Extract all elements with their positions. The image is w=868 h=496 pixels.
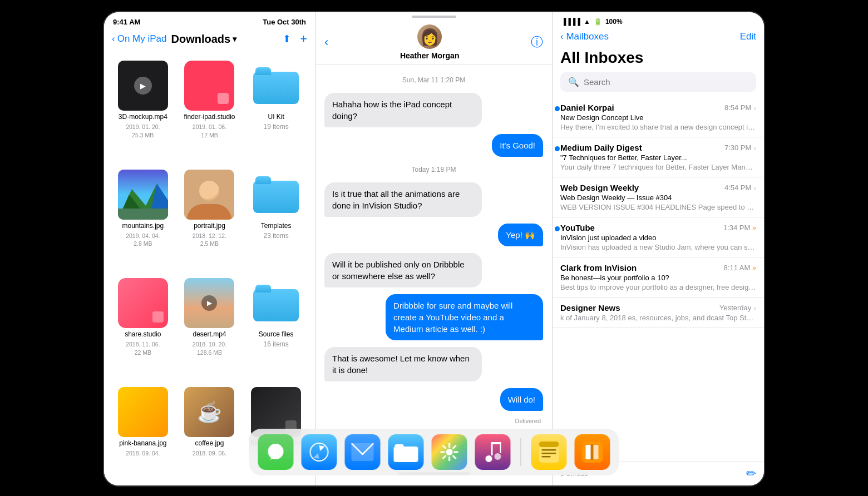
dock-item-files[interactable] <box>388 434 424 470</box>
file-name: Templates <box>261 222 292 230</box>
mail-sender: Daniel Korpai <box>560 103 614 112</box>
message-bubble: Yep! 🙌 <box>498 224 543 246</box>
dock-item-mail[interactable] <box>345 434 381 470</box>
file-item-share-studio[interactable]: share.studio 2018. 11. 06.22 MB <box>111 274 175 380</box>
svg-line-19 <box>443 445 446 449</box>
message-bubble: Will it be published only on Dribbble or… <box>324 253 482 287</box>
files-back-label: On My iPad <box>117 33 167 44</box>
files-back-button[interactable]: ‹ On My iPad <box>112 33 166 44</box>
mail-preview: Best tips to improve your portfolio as a… <box>560 283 756 291</box>
mail-preview: WEB VERSION ISSUE #304 HEADLINES Page sp… <box>560 203 756 211</box>
notes-dock-icon[interactable] <box>531 434 567 470</box>
message-row: Hahaha how is the iPad concept doing? <box>324 93 543 127</box>
mailboxes-back-button[interactable]: ‹ Mailboxes <box>560 31 609 42</box>
file-count: 16 items <box>263 340 288 348</box>
file-item-pink-banana[interactable]: pink-banana.jpg 2018. 09. 04. <box>111 383 175 481</box>
file-item-source-files[interactable]: Source files 16 items <box>244 274 308 380</box>
mail-search-bar[interactable]: 🔍 <box>560 72 756 92</box>
contact-name: Heather Morgan <box>400 51 460 60</box>
mail-item-daniel[interactable]: Daniel Korpai 8:54 PM › New Design Conce… <box>553 97 764 137</box>
safari-dock-icon[interactable] <box>302 434 337 470</box>
mail-item-header: Medium Daily Digest 7:30 PM › <box>560 143 756 152</box>
play-icon: ▶ <box>201 295 217 311</box>
file-thumb-3d-mockup: ▶ <box>118 61 168 111</box>
file-meta: 2018. 10. 20.128.6 MB <box>193 340 226 356</box>
messages-panel: ‹ 👩 Heather Morgan ⓘ Sun, Mar 11 1:20 PM… <box>315 12 553 485</box>
svg-rect-29 <box>542 449 556 451</box>
dock-item-books[interactable] <box>575 434 610 470</box>
svg-rect-35 <box>593 445 599 459</box>
mail-item-medium[interactable]: Medium Daily Digest 7:30 PM › "7 Techniq… <box>553 137 764 177</box>
share-button[interactable]: ⬆ <box>283 33 291 45</box>
files-panel: 9:41 AM Tue Oct 30th ‹ On My iPad Downlo… <box>104 12 315 485</box>
dock-item-photos[interactable] <box>432 434 467 470</box>
books-dock-icon[interactable] <box>575 434 610 470</box>
chevron-down-icon: ▾ <box>233 34 236 43</box>
dock-item-safari[interactable] <box>302 434 337 470</box>
svg-line-20 <box>453 455 456 459</box>
file-item-mountains[interactable]: mountains.jpg 2019. 04. 04.2.8 MB <box>111 165 175 272</box>
mail-time: 1:34 PM » <box>723 224 756 232</box>
file-thumb-ui-kit <box>251 61 301 111</box>
mail-item-header: Designer News Yesterday › <box>560 303 756 313</box>
unread-indicator <box>555 226 560 231</box>
add-button[interactable]: + <box>300 32 307 46</box>
svg-point-23 <box>486 455 492 462</box>
mail-item-header: Web Design Weekly 4:54 PM › <box>560 183 756 192</box>
file-item-portrait[interactable]: portrait.jpg 2018. 12. 12.2.5 MB <box>177 165 242 272</box>
files-title[interactable]: Downloads ▾ <box>171 33 278 46</box>
dock-item-music[interactable] <box>475 434 511 470</box>
messages-dock-icon[interactable] <box>258 434 294 470</box>
dock-separator <box>521 438 521 466</box>
file-name: finder-ipad.studio <box>184 113 235 121</box>
file-item-ui-kit[interactable]: UI Kit 19 items <box>244 56 308 163</box>
file-item-3d-mockup[interactable]: ▶ 3D-mockup.mp4 2019. 01. 20.25.3 MB <box>111 56 175 163</box>
files-dock-icon[interactable] <box>388 434 424 470</box>
file-name: portrait.jpg <box>194 222 225 230</box>
battery-icon: 🔋 <box>594 18 602 26</box>
music-dock-icon[interactable] <box>475 434 511 470</box>
messages-back-button[interactable]: ‹ <box>324 35 328 49</box>
message-row: Yep! 🙌 <box>324 224 543 246</box>
mail-preview: k of January 8, 2018 es, resources, jobs… <box>560 314 756 322</box>
message-row: It's Good! <box>324 134 543 157</box>
info-button[interactable]: ⓘ <box>531 34 543 51</box>
mail-edit-button[interactable]: Edit <box>740 31 756 42</box>
mail-item-webdesign[interactable]: Web Design Weekly 4:54 PM › Web Design W… <box>553 177 764 217</box>
wifi-icon: ▲ <box>584 18 590 26</box>
mail-sender: Clark from InVision <box>560 263 637 272</box>
mail-item-header: Daniel Korpai 8:54 PM › <box>560 103 756 112</box>
mail-item-youtube[interactable]: YouTube 1:34 PM » InVision just uploaded… <box>553 217 764 257</box>
files-grid: ▶ 3D-mockup.mp4 2019. 01. 20.25.3 MB fin… <box>104 52 315 485</box>
mail-preview: InVision has uploaded a new Studio Jam, … <box>560 243 756 251</box>
photos-dock-icon[interactable] <box>432 434 467 470</box>
mail-sender: YouTube <box>560 223 595 232</box>
svg-rect-30 <box>542 453 556 454</box>
message-row: That is awesome! Let me know when it is … <box>324 347 543 381</box>
file-item-desert[interactable]: ▶ desert.mp4 2018. 10. 20.128.6 MB <box>177 274 242 380</box>
mail-time: 7:30 PM › <box>724 143 756 152</box>
svg-line-22 <box>443 455 446 459</box>
svg-point-24 <box>495 453 501 460</box>
mail-subject: InVision just uploaded a video <box>560 234 756 242</box>
message-bubble: Is it true that all the animations are d… <box>324 182 482 217</box>
dock-item-messages[interactable] <box>258 434 294 470</box>
mail-dock-icon[interactable] <box>345 434 381 470</box>
mail-list: Daniel Korpai 8:54 PM › New Design Conce… <box>553 97 764 462</box>
files-status-bar: 9:41 AM Tue Oct 30th <box>104 12 315 28</box>
mail-item-designernews[interactable]: Designer News Yesterday › k of January 8… <box>553 297 764 328</box>
signal-icon: ▐▐▐▐ <box>561 18 580 26</box>
file-item-templates[interactable]: Templates 23 items <box>244 165 308 272</box>
mail-time: 8:11 AM » <box>724 264 756 272</box>
svg-rect-27 <box>491 442 501 444</box>
file-item-coffee[interactable]: ☕ coffee.jpg 2018. 09. 06. <box>177 383 242 481</box>
svg-rect-36 <box>591 444 594 460</box>
message-row: Will do! <box>324 388 543 411</box>
mail-item-clark[interactable]: Clark from InVision 8:11 AM » Be honest—… <box>553 257 764 297</box>
svg-point-7 <box>310 443 328 461</box>
dock-item-notes[interactable] <box>531 434 567 470</box>
compose-button[interactable]: ✏ <box>746 467 756 481</box>
file-item-finder-ipad[interactable]: finder-ipad.studio 2019. 01. 06.12 MB <box>177 56 242 163</box>
file-name: mountains.jpg <box>122 222 164 230</box>
search-input[interactable] <box>584 77 748 87</box>
